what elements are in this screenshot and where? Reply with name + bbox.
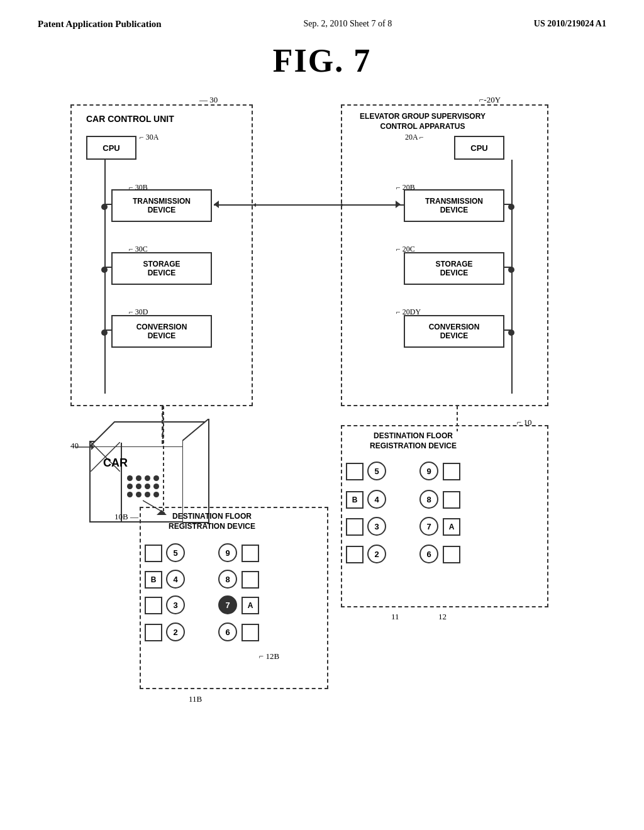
cpu-right-box: CPU (454, 136, 504, 160)
ref-10B: 10B — (114, 512, 138, 522)
btn-A-r[interactable]: A (443, 518, 460, 536)
btn-sq-l4c4[interactable] (242, 624, 259, 641)
horiz-conv-right (503, 329, 513, 331)
ref-20A: 20A ⌐ (405, 133, 424, 142)
btn-sq-l3c1[interactable] (145, 597, 162, 614)
ref-40-arrow (75, 441, 94, 453)
ref-30: — 30 (199, 95, 218, 105)
horiz-conv-left (104, 329, 113, 331)
horiz-trans-left (104, 204, 113, 205)
horiz-storage-right (503, 267, 513, 268)
btn-sq-r4c4-r[interactable] (443, 546, 460, 563)
figure-title: FIG. 7 (38, 42, 606, 79)
btn-6-r[interactable]: 6 (419, 545, 438, 563)
ref-20C: ⌐ 20C (396, 245, 415, 254)
btn-sq-r4c1-r[interactable] (346, 546, 364, 563)
btn-sq-l4c1[interactable] (145, 624, 162, 641)
btn-sq-r2c4[interactable] (443, 491, 460, 509)
storage-left-box: STORAGEDEVICE (111, 252, 212, 285)
header: Patent Application Publication Sep. 2, 2… (38, 19, 606, 30)
btn-7-r[interactable]: 7 (419, 517, 438, 536)
header-left: Patent Application Publication (38, 19, 162, 30)
btn-3-l[interactable]: 3 (166, 595, 185, 614)
arrow-trans-left (214, 201, 219, 208)
btn-2-r[interactable]: 2 (367, 545, 386, 563)
svg-marker-6 (91, 444, 94, 450)
ref-12B: ⌐ 12B (259, 651, 279, 661)
dest-floor-right-box (341, 425, 548, 607)
header-right: US 2010/219024 A1 (534, 19, 606, 29)
btn-sq-l1c4[interactable] (242, 545, 259, 562)
ref-11B: 11B (189, 694, 202, 704)
btn-8-r[interactable]: 8 (419, 490, 438, 509)
ref-30D: ⌐ 30D (129, 307, 148, 317)
car-label: CAR (103, 456, 128, 470)
horiz-storage-left (104, 267, 113, 268)
cpu-left-box: CPU (86, 136, 136, 160)
arrow-to-dest-left (143, 497, 168, 516)
vert-line-right (511, 160, 513, 394)
btn-sq-r1c4[interactable] (443, 463, 460, 480)
diagram: CAR CONTROL UNIT — 30 CPU ⌐ 30A TRANSMIS… (52, 98, 592, 758)
ref-12: 12 (438, 612, 447, 622)
btn-sq-l2c4[interactable] (242, 571, 259, 589)
btn-5-l[interactable]: 5 (166, 543, 185, 562)
page: Patent Application Publication Sep. 2, 2… (0, 0, 644, 830)
btn-4-l[interactable]: 4 (166, 570, 185, 589)
dest-floor-right-label: DESTINATION FLOORREGISTRATION DEVICE (350, 431, 476, 451)
btn-7-l[interactable]: 7 (218, 595, 237, 614)
trans-right-box: TRANSMISSIONDEVICE (404, 189, 504, 222)
conv-right-box: CONVERSIONDEVICE (404, 315, 504, 348)
btn-6-l[interactable]: 6 (218, 622, 237, 641)
trans-left-box: TRANSMISSIONDEVICE (111, 189, 212, 222)
btn-2-l[interactable]: 2 (166, 622, 185, 641)
ref-20B: ⌐ 20B (396, 183, 415, 192)
arrow-trans-right (396, 201, 401, 208)
btn-B-l[interactable]: B (145, 571, 162, 589)
header-center: Sep. 2, 2010 Sheet 7 of 8 (303, 19, 392, 29)
storage-right-box: STORAGEDEVICE (404, 252, 504, 285)
btn-3-r[interactable]: 3 (367, 517, 386, 536)
btn-4-r[interactable]: 4 (367, 490, 386, 509)
btn-sq-r3c1-r[interactable] (346, 518, 364, 536)
horiz-trans-right (503, 204, 513, 205)
svg-marker-11 (157, 510, 167, 515)
btn-B-r[interactable]: B (346, 491, 364, 509)
ref-30B: ⌐ 30B (129, 183, 148, 192)
ref-30A: ⌐ 30A (140, 133, 158, 142)
car-control-unit-label: CAR CONTROL UNIT (86, 114, 174, 124)
ref-11: 11 (391, 612, 399, 622)
ref-10: ⌐ 10 (517, 418, 532, 428)
horiz-dashed-connect (253, 203, 344, 207)
ref-30C: ⌐ 30C (129, 245, 148, 254)
btn-sq-r1c1[interactable] (346, 463, 364, 480)
elevator-group-label: ELEVATOR GROUP SUPERVISORYCONTROL APPARA… (353, 112, 492, 131)
vert-conv-to-dest-right (454, 406, 460, 431)
btn-A-l[interactable]: A (242, 597, 259, 614)
btn-9-r[interactable]: 9 (419, 462, 438, 480)
ref-20Y: ⌐-20Y (479, 95, 501, 105)
btn-sq-l1c1[interactable] (145, 545, 162, 562)
svg-marker-14 (341, 203, 344, 207)
conv-left-box: CONVERSIONDEVICE (111, 315, 212, 348)
btn-9-l[interactable]: 9 (218, 543, 237, 562)
car-door-line (121, 443, 122, 523)
btn-5-r[interactable]: 5 (367, 462, 386, 480)
vert-line-left (104, 160, 106, 394)
dest-floor-left-label: DESTINATION FLOORREGISTRATION DEVICE (149, 512, 275, 531)
btn-8-l[interactable]: 8 (218, 570, 237, 589)
svg-marker-13 (253, 203, 256, 207)
ref-20DY: ⌐ 20DY (396, 307, 421, 317)
